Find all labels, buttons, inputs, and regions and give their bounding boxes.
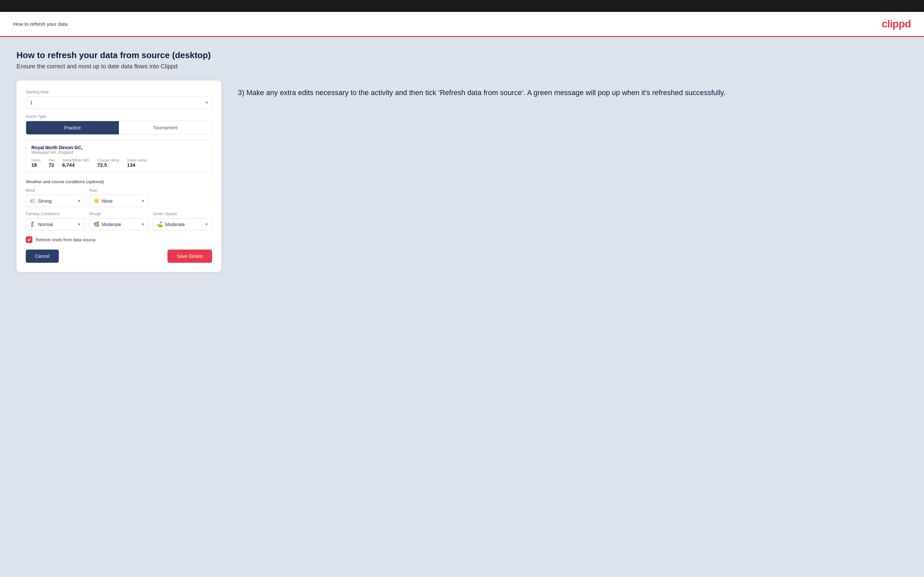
main-content: How to refresh your data from source (de… (0, 37, 924, 577)
starting-hole-select-wrapper: 1 10 ▼ (26, 97, 212, 109)
yards-label: Yards/White (M)) (62, 158, 89, 162)
rain-chevron-icon: ▼ (141, 199, 145, 203)
save-button[interactable]: Save Details (168, 250, 212, 263)
rough-chevron-icon: ▼ (141, 222, 145, 227)
instruction-panel: 3) Make any extra edits necessary to the… (234, 81, 908, 98)
wind-select-wrapper: 💨 Strong ▼ (26, 195, 85, 207)
slope-rating-label: Slope rating (127, 158, 147, 162)
game-type-label: Game Type (26, 114, 212, 119)
green-speed-group: Green Speed ⛳ Moderate ▼ (153, 211, 212, 230)
conditions-row-2: Fairway Conditions 🏌️ Normal ▼ Rough 🌿 M… (26, 211, 212, 230)
starting-hole-section: Starting Hole 1 10 ▼ (26, 90, 212, 109)
course-rating-label: Course rating (97, 158, 119, 162)
game-type-section: Game Type Practice Tournament (26, 114, 212, 135)
green-speed-select-wrapper: ⛳ Moderate ▼ (153, 218, 212, 230)
rough-group: Rough 🌿 Moderate ▼ (89, 211, 149, 230)
rain-group: Rain ☀️ None ▼ (89, 188, 149, 207)
rain-spacer (153, 188, 212, 207)
wind-label: Wind (26, 188, 85, 193)
page-subheading: Ensure the correct and most up to date d… (16, 63, 908, 70)
content-row: Starting Hole 1 10 ▼ Game Type Practice … (16, 81, 908, 272)
practice-button[interactable]: Practice (26, 121, 119, 134)
game-type-buttons: Practice Tournament (26, 121, 212, 135)
wind-icon: 💨 (29, 198, 36, 204)
holes-stat: Holes 18 (31, 158, 40, 168)
holes-value: 18 (31, 162, 40, 168)
refresh-checkbox[interactable] (26, 236, 32, 243)
rough-select-wrapper: 🌿 Moderate ▼ (89, 218, 149, 230)
green-speed-value: Moderate (165, 222, 185, 227)
green-speed-label: Green Speed (153, 211, 212, 216)
header-title: How to refresh your data (13, 21, 68, 27)
rough-value: Moderate (102, 222, 121, 227)
course-rating-stat: Course rating 72.5 (97, 158, 119, 168)
fairway-group: Fairway Conditions 🏌️ Normal ▼ (26, 211, 85, 230)
conditions-title: Weather and course conditions (optional) (26, 179, 212, 184)
course-info-box: Royal North Devon GC, Westward Ho!, Engl… (26, 140, 212, 172)
header: How to refresh your data clippd (0, 12, 924, 37)
yards-stat: Yards/White (M)) 6,744 (62, 158, 89, 168)
top-bar (0, 0, 924, 12)
yards-value: 6,744 (62, 162, 89, 168)
green-speed-chevron-icon: ▼ (205, 222, 208, 227)
fairway-label: Fairway Conditions (26, 211, 85, 216)
refresh-checkbox-label: Refresh shots from data source (36, 237, 95, 242)
rain-label: Rain (89, 188, 149, 193)
course-rating-value: 72.5 (97, 162, 119, 168)
wind-group: Wind 💨 Strong ▼ (26, 188, 85, 207)
fairway-value: Normal (38, 222, 53, 227)
page-heading: How to refresh your data from source (de… (16, 50, 908, 60)
course-name: Royal North Devon GC, (31, 145, 207, 150)
slope-rating-value: 134 (127, 162, 147, 168)
rain-select-wrapper: ☀️ None ▼ (89, 195, 149, 207)
cancel-button[interactable]: Cancel (26, 250, 59, 263)
par-stat: Par 72 (48, 158, 54, 168)
wind-value: Strong (38, 198, 52, 204)
rough-label: Rough (89, 211, 149, 216)
wind-chevron-icon: ▼ (77, 199, 81, 203)
rain-value: None (102, 198, 113, 204)
checkmark-icon (27, 238, 31, 242)
course-stats: Holes 18 Par 72 Yards/White (M)) 6,744 C… (31, 158, 207, 168)
fairway-chevron-icon: ▼ (77, 222, 81, 227)
starting-hole-select[interactable]: 1 10 (26, 97, 212, 109)
rough-icon: 🌿 (93, 221, 100, 227)
checkbox-row: Refresh shots from data source (26, 236, 212, 243)
rain-icon: ☀️ (93, 198, 100, 204)
tournament-button[interactable]: Tournament (119, 121, 212, 134)
logo: clippd (882, 18, 911, 30)
course-location: Westward Ho!, England (31, 150, 207, 155)
par-label: Par (48, 158, 54, 162)
instruction-text: 3) Make any extra edits necessary to the… (238, 87, 908, 98)
slope-rating-stat: Slope rating 134 (127, 158, 147, 168)
form-panel: Starting Hole 1 10 ▼ Game Type Practice … (16, 81, 221, 272)
par-value: 72 (48, 162, 54, 168)
action-row: Cancel Save Details (26, 250, 212, 263)
holes-label: Holes (31, 158, 40, 162)
green-speed-icon: ⛳ (157, 221, 163, 227)
starting-hole-label: Starting Hole (26, 90, 212, 94)
wind-rain-row: Wind 💨 Strong ▼ Rain ☀️ None ▼ (26, 188, 212, 207)
fairway-select-wrapper: 🏌️ Normal ▼ (26, 218, 85, 230)
fairway-icon: 🏌️ (29, 221, 36, 227)
